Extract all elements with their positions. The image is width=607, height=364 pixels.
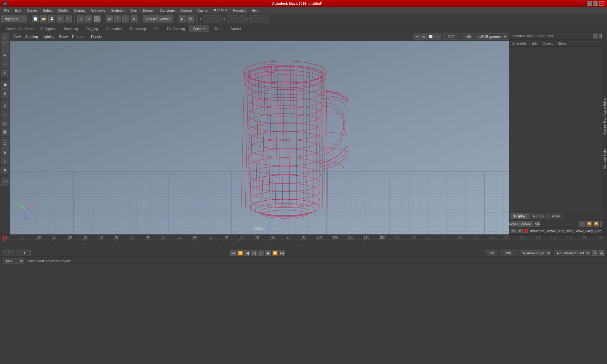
tab-custom[interactable]: Custom <box>189 25 210 32</box>
go-end-btn[interactable]: ⏭ <box>279 250 285 256</box>
x-input[interactable] <box>203 15 222 22</box>
undo-btn[interactable]: ↩ <box>57 15 64 22</box>
menu-redshift[interactable]: Redshift <box>230 7 248 14</box>
play-back-btn[interactable]: ◁ <box>251 250 257 256</box>
more-btn[interactable]: ⋯ <box>1 178 9 186</box>
menu-skin[interactable]: Skin <box>128 7 139 14</box>
script-type-dropdown[interactable]: MEL Python <box>3 258 24 264</box>
menu-select[interactable]: Select <box>40 7 55 14</box>
cb-tab-edit[interactable]: Edit <box>530 41 539 46</box>
playback-end-input[interactable] <box>500 250 516 256</box>
redo-btn[interactable]: ↪ <box>65 15 72 22</box>
char-set-btn[interactable]: ⚙ <box>592 250 598 256</box>
sculpt-btn[interactable]: ◉ <box>1 81 9 89</box>
menu-create[interactable]: Create <box>24 7 40 14</box>
menu-skeleton[interactable]: Skeleton <box>108 7 127 14</box>
step-fwd-frame-btn[interactable]: ▶ <box>265 250 271 256</box>
options-menu-btn[interactable]: Options <box>518 221 533 227</box>
go-start-btn[interactable]: ⏮ <box>230 250 236 256</box>
layers-menu-btn[interactable]: Layers <box>511 221 516 227</box>
tab-polygons[interactable]: Polygons <box>37 25 59 32</box>
display-btn-4[interactable]: ▦ <box>1 128 9 136</box>
vp-wireframe-btn[interactable]: ⬜ <box>427 33 434 40</box>
tab-rendering[interactable]: Rendering <box>126 25 150 32</box>
layer-vp-v[interactable]: V <box>511 229 516 233</box>
layout-btn-2[interactable]: ⊞ <box>1 148 9 156</box>
menu-file[interactable]: File <box>1 7 12 14</box>
cb-tab-object[interactable]: Object <box>541 41 554 46</box>
display-btn-1[interactable]: ⊞ <box>1 101 9 109</box>
vp-lighting-menu[interactable]: Lighting <box>40 34 57 39</box>
cb-float-btn[interactable]: ↗ <box>593 33 598 39</box>
range-end-input[interactable] <box>485 250 497 256</box>
menu-cache[interactable]: Cache <box>195 7 210 14</box>
select-tool-btn[interactable]: ↖ <box>77 15 84 22</box>
tab-xgen[interactable]: XGen <box>209 25 226 32</box>
lasso-select-btn[interactable]: ⌒ <box>1 42 9 51</box>
menu-control[interactable]: Control <box>178 7 194 14</box>
tab-rigging[interactable]: Rigging <box>82 25 102 32</box>
layer-go-next-btn[interactable]: ⏩ <box>593 221 599 227</box>
character-set-dropdown[interactable]: No Character Set <box>554 250 591 256</box>
vp-value2-input[interactable] <box>460 33 475 40</box>
char-set-btn2[interactable]: ◉ <box>599 250 604 256</box>
y-input[interactable] <box>227 15 246 22</box>
cb-tab-anim[interactable]: Anim <box>549 213 563 219</box>
menu-modify[interactable]: Modify <box>56 7 71 14</box>
step-back-btn[interactable]: ⏪ <box>237 250 243 256</box>
menu-help[interactable]: Help <box>249 7 261 14</box>
cb-tab-show[interactable]: Show <box>556 41 568 46</box>
play-fwd-btn[interactable]: ▷ <box>258 250 264 256</box>
open-btn[interactable]: 📂 <box>40 15 47 22</box>
current-frame-input[interactable] <box>3 250 15 256</box>
tab-arnold[interactable]: Arnold <box>227 25 245 32</box>
help-menu-btn[interactable]: Help <box>535 221 540 227</box>
menu-windows[interactable]: Windows <box>89 7 108 14</box>
layer-go-prev-btn[interactable]: ⏪ <box>586 221 592 227</box>
tab-fx-caching[interactable]: FX Caching <box>163 25 189 32</box>
menu-3dtoall[interactable]: 3DtoAll ▾ <box>211 7 230 14</box>
menu-display[interactable]: Display <box>72 7 88 14</box>
step-back-frame-btn[interactable]: ◀ <box>244 250 250 256</box>
layer-go-start-btn[interactable]: ⏮ <box>579 221 585 227</box>
lasso-btn[interactable]: ⊙ <box>85 15 92 22</box>
timeline-ruler[interactable]: 1 5 10 15 20 25 30 35 40 45 50 <box>0 235 607 241</box>
vp-show-menu[interactable]: Show <box>57 34 70 39</box>
minimize-button[interactable]: ─ <box>587 1 592 6</box>
layer-item[interactable]: V P Insulated_Travel_Mug_with_Straw_Grey… <box>509 228 607 234</box>
vp-camera-btn[interactable]: 📷 <box>414 33 420 40</box>
vp-grid-btn[interactable]: ⊞ <box>420 33 427 40</box>
tab-curves-surfaces[interactable]: Curves / Surfaces <box>1 25 37 32</box>
layout-btn-4[interactable]: ⊠ <box>1 166 9 174</box>
menu-edit[interactable]: Edit <box>13 7 24 14</box>
menu-deform[interactable]: Deform <box>140 7 157 14</box>
no-live-surface-btn[interactable]: No Live Surface <box>143 15 173 22</box>
vp-shading-menu[interactable]: Shading <box>23 34 40 39</box>
display-btn-3[interactable]: ◫ <box>1 119 9 127</box>
vp-smooth-btn[interactable]: ◻ <box>434 33 441 40</box>
layer-vp-p[interactable]: P <box>518 229 523 233</box>
vp-renderer-menu[interactable]: Renderer <box>70 34 89 39</box>
tab-sculpting[interactable]: Sculpting <box>60 25 82 32</box>
snap-grid-btn[interactable]: ⊞ <box>106 15 113 22</box>
select-arrow-btn[interactable]: ↖ <box>1 33 9 42</box>
render-btn[interactable]: ▶ <box>179 15 186 22</box>
move-btn[interactable]: ✛ <box>94 15 101 22</box>
new-scene-btn[interactable]: 📄 <box>32 15 39 22</box>
rotate-tool-btn[interactable]: ↻ <box>1 69 9 77</box>
menu-constrain[interactable]: Constrain <box>157 7 177 14</box>
vp-value1-input[interactable] <box>443 33 459 40</box>
snap-curve-btn[interactable]: ⌒ <box>114 15 121 22</box>
layout-btn-3[interactable]: ⊟ <box>1 157 9 165</box>
paint-btn[interactable]: ✏ <box>1 51 9 59</box>
move-tool-btn[interactable]: ✛ <box>1 60 9 68</box>
snap-surface-btn[interactable]: ◈ <box>131 15 138 22</box>
anim-layer-dropdown[interactable]: No Anim Layer <box>519 250 551 256</box>
viewport[interactable]: View Shading Lighting Show Renderer Pane… <box>10 32 509 234</box>
snap-point-btn[interactable]: • <box>122 15 129 22</box>
cb-tab-channels[interactable]: Channels <box>511 41 528 46</box>
cb-tab-render[interactable]: Render <box>530 213 548 219</box>
step-fwd-btn[interactable]: ⏩ <box>272 250 278 256</box>
save-btn[interactable]: 💾 <box>48 15 55 22</box>
display-btn-2[interactable]: ⊟ <box>1 110 9 118</box>
